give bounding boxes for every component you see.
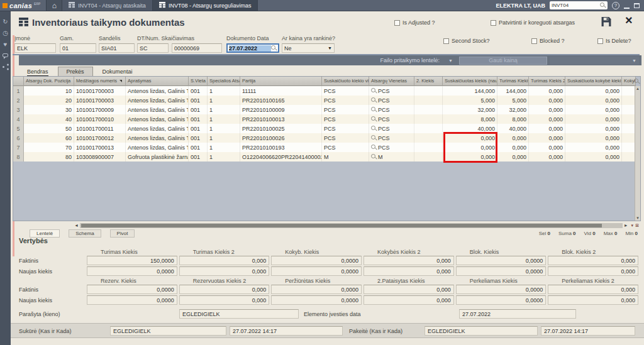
tab-bendras[interactable]: Bendras [19, 67, 57, 76]
table-cell[interactable] [414, 143, 443, 152]
value-field[interactable]: 0,000 [548, 266, 638, 276]
vertical-scrollbar[interactable]: ▲▼ [635, 86, 640, 221]
value-field[interactable]: 0,000 [548, 256, 638, 265]
minimize-button[interactable] [624, 8, 630, 9]
value-field[interactable]: 0,000 [179, 256, 270, 265]
table-cell[interactable]: 1 [208, 96, 240, 105]
table-cell[interactable]: 0,000 [565, 124, 622, 133]
table-cell[interactable]: 0,000 [497, 143, 529, 152]
column-header[interactable]: Atsargų Dok. Pozicija [24, 77, 74, 86]
table-row[interactable]: 880103008900007Gofruota plastikinė žarna… [13, 152, 640, 162]
table-cell[interactable]: 101001700012 [74, 133, 126, 143]
column-search-icon[interactable] [634, 79, 640, 84]
table-cell[interactable]: 0,000 [565, 143, 622, 152]
table-cell[interactable]: 0,000 [565, 114, 622, 124]
table-row[interactable]: 110101001700003Antenos lizdas, Galinis T… [13, 86, 640, 96]
checkbox-mid-0[interactable]: Second Stock? [443, 38, 490, 44]
row-number[interactable]: 6 [13, 133, 24, 143]
table-cell[interactable]: 40,000 [443, 124, 497, 133]
app-tab-0[interactable]: INVT04 - Atsargų ataskaita [62, 0, 153, 11]
value-field[interactable]: 0,000 [548, 295, 638, 305]
value-field[interactable]: 0,000 [364, 285, 454, 294]
table-cell[interactable]: 0,000 [565, 86, 622, 96]
value-field[interactable]: 0,0000 [456, 266, 547, 276]
column-header[interactable]: 2. Kiekis [414, 77, 443, 86]
column-header[interactable]: Suskaičiuotas kiekis (naujas) [443, 77, 497, 86]
hscroll-thumb[interactable] [81, 224, 602, 227]
table-cell[interactable]: 1 [208, 152, 240, 162]
table-cell[interactable]: 0,000 [565, 105, 622, 114]
save-button[interactable] [601, 16, 613, 28]
table-cell[interactable]: PCS [322, 86, 369, 96]
table-cell[interactable] [414, 86, 443, 96]
table-cell[interactable]: PCS [369, 143, 414, 152]
table-cell[interactable]: 001 [189, 124, 208, 133]
field-input-5[interactable]: Ne▼ [282, 43, 335, 53]
value-field[interactable]: 0,0000 [271, 266, 362, 276]
table-cell[interactable]: PCS [322, 143, 369, 152]
table-cell[interactable]: PCS [322, 114, 369, 124]
scroll-left-icon[interactable]: ◄ [73, 222, 80, 228]
table-cell[interactable]: 5,000 [443, 96, 497, 105]
get-price-button[interactable]: Gauti kainą [459, 57, 547, 65]
table-cell[interactable]: Antenos lizdas, Galinis T... [126, 114, 189, 124]
column-header[interactable]: S.Vieta [189, 77, 208, 86]
restore-window-button[interactable] [634, 3, 640, 8]
table-cell[interactable]: PCS [322, 133, 369, 143]
app-tab-1[interactable]: INVT08 - Atsargų sureguliavimas [153, 0, 258, 11]
row-number[interactable]: 4 [13, 114, 24, 124]
table-cell[interactable]: PCS [369, 114, 414, 124]
table-cell[interactable]: 0,000 [443, 143, 497, 152]
value-field[interactable]: 0,0000 [87, 285, 177, 294]
checkbox-mid-2[interactable]: Is Delete? [597, 38, 631, 44]
row-number[interactable]: 3 [13, 105, 24, 114]
table-cell[interactable]: 001 [189, 143, 208, 152]
scroll-up-icon[interactable]: ▲ [636, 87, 640, 90]
table-cell[interactable]: 0,000 [529, 96, 565, 105]
column-header[interactable]: Turimas Kiekis 2 [529, 77, 565, 86]
value-field[interactable]: 0,0000 [456, 256, 547, 265]
checkbox-top-1[interactable]: Patvirtinti ir koreguoti atsargas [491, 19, 575, 26]
table-cell[interactable]: 1 [208, 86, 240, 96]
table-cell[interactable]: PCS [322, 105, 369, 114]
table-cell[interactable]: 70 [24, 143, 74, 152]
table-cell[interactable]: 8,000 [443, 114, 497, 124]
column-header[interactable] [13, 77, 24, 86]
table-cell[interactable]: 0,000 [497, 133, 529, 143]
column-header[interactable]: Specialios Atsargos [208, 77, 240, 86]
table-cell[interactable]: 40 [24, 114, 74, 124]
table-cell[interactable]: 50 [24, 124, 74, 133]
share-icon-button[interactable] [0, 62, 11, 71]
table-cell[interactable]: 101001700010 [74, 114, 126, 124]
table-cell[interactable]: PCS [369, 133, 414, 143]
table-cell[interactable] [622, 152, 636, 162]
value-field[interactable]: 0,0000 [87, 266, 177, 276]
value-field[interactable]: 0,0000 [87, 295, 177, 305]
table-cell[interactable]: 0,000 [565, 152, 622, 162]
table-cell[interactable]: O12204006620PR22041400002 [240, 152, 322, 162]
table-cell[interactable]: PCS [369, 96, 414, 105]
value-field[interactable]: 0,000 [364, 266, 454, 276]
table-cell[interactable]: 1 [208, 124, 240, 133]
table-cell[interactable]: 101001700003 [74, 86, 126, 96]
table-cell[interactable]: 0,000 [529, 124, 565, 133]
empty-dropdown[interactable]: ▼ [550, 57, 639, 65]
table-cell[interactable]: 001 [189, 96, 208, 105]
table-cell[interactable]: 144,000 [497, 86, 529, 96]
column-header[interactable]: Aprašymas [126, 77, 189, 86]
sync-icon-button[interactable]: ↻ [0, 17, 11, 26]
table-cell[interactable]: 001 [189, 152, 208, 162]
value-field[interactable]: 0,0000 [271, 295, 362, 305]
scroll-down-icon[interactable]: ▼ [636, 216, 640, 220]
row-number[interactable]: 7 [13, 143, 24, 152]
table-cell[interactable]: 0,000 [443, 152, 497, 162]
column-header[interactable]: Turimas Kiekis [497, 77, 529, 86]
table-cell[interactable]: 0,000 [529, 152, 565, 162]
field-input-1[interactable]: 01 [60, 43, 96, 53]
table-cell[interactable] [414, 105, 443, 114]
table-cell[interactable]: 0,000 [443, 133, 497, 143]
table-cell[interactable] [622, 124, 636, 133]
table-cell[interactable]: PCS [322, 96, 369, 105]
table-cell[interactable]: PR22010100009 [240, 105, 322, 114]
row-number[interactable]: 1 [13, 86, 24, 96]
